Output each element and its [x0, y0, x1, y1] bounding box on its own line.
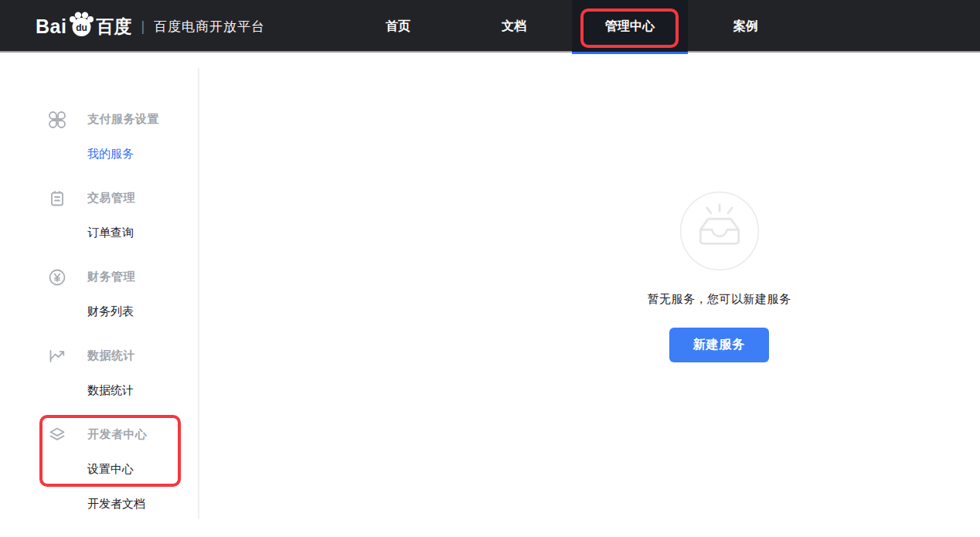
sidebar-menu: 支付服务设置 我的服务 交易管理 订单查询 财务管理 财务列表	[0, 54, 198, 522]
finance-yen-icon	[48, 268, 66, 287]
stats-trend-icon	[48, 347, 66, 365]
sidebar-item-my-services[interactable]: 我的服务	[0, 137, 198, 172]
sidebar-group-data-statistics: 数据统计	[0, 338, 198, 373]
sidebar-group-trade-management: 交易管理	[0, 181, 198, 216]
clover-apps-icon	[48, 110, 66, 129]
developer-layers-icon	[48, 426, 66, 444]
sidebar-group-developer-center: 开发者中心	[0, 417, 198, 452]
top-header-bar: Bai du 百度 | 百度电商开放平台 首页 文档 管理中心	[0, 0, 980, 53]
baidu-logo[interactable]: Bai du 百度 | 百度电商开放平台	[36, 0, 265, 53]
logo-text-bai: Bai	[36, 15, 66, 38]
active-tab-underline	[572, 52, 688, 54]
order-clipboard-icon	[48, 189, 66, 208]
group-label-data-statistics: 数据统计	[87, 348, 135, 363]
sidebar-item-data-statistics[interactable]: 数据统计	[0, 373, 198, 408]
logo-text-baidu-cn: 百度	[96, 15, 131, 39]
baidu-ecommerce-admin-page: Bai du 百度 | 百度电商开放平台 首页 文档 管理中心	[0, 0, 980, 537]
sidebar-item-order-query[interactable]: 订单查询	[0, 216, 198, 250]
group-label-developer-center: 开发者中心	[87, 427, 148, 442]
nav-label-cases: 案例	[733, 19, 758, 35]
group-label-finance-management: 财务管理	[87, 270, 135, 284]
nav-label-admin-center: 管理中心	[605, 19, 655, 35]
nav-item-admin-center[interactable]: 管理中心	[572, 0, 688, 53]
sidebar-item-finance-list[interactable]: 财务列表	[0, 294, 198, 329]
empty-state-message: 暂无服务，您可以新建服务	[595, 292, 843, 307]
sidebar-group-payment-settings: 支付服务设置	[0, 102, 198, 137]
nav-label-docs: 文档	[502, 19, 526, 35]
logo-separator: |	[141, 19, 145, 35]
nav-item-home[interactable]: 首页	[340, 0, 456, 53]
group-label-payment-settings: 支付服务设置	[87, 112, 159, 127]
nav-item-docs[interactable]: 文档	[456, 0, 572, 53]
baidu-paw-icon: du	[67, 11, 95, 39]
nav-item-cases[interactable]: 案例	[688, 0, 804, 53]
top-navigation: 首页 文档 管理中心 案例	[340, 0, 804, 53]
group-label-trade-management: 交易管理	[87, 191, 135, 206]
sidebar-item-developer-docs[interactable]: 开发者文档	[0, 487, 198, 522]
create-service-button[interactable]: 新建服务	[669, 328, 769, 362]
nav-label-home: 首页	[386, 19, 410, 35]
sidebar-item-settings-center[interactable]: 设置中心	[0, 452, 198, 487]
sidebar-divider	[198, 68, 199, 519]
empty-state: 暂无服务，您可以新建服务 新建服务	[595, 190, 843, 362]
svg-text:du: du	[77, 22, 88, 33]
empty-inbox-icon	[679, 190, 761, 272]
sidebar-group-finance-management: 财务管理	[0, 260, 198, 294]
platform-title: 百度电商开放平台	[154, 18, 265, 36]
